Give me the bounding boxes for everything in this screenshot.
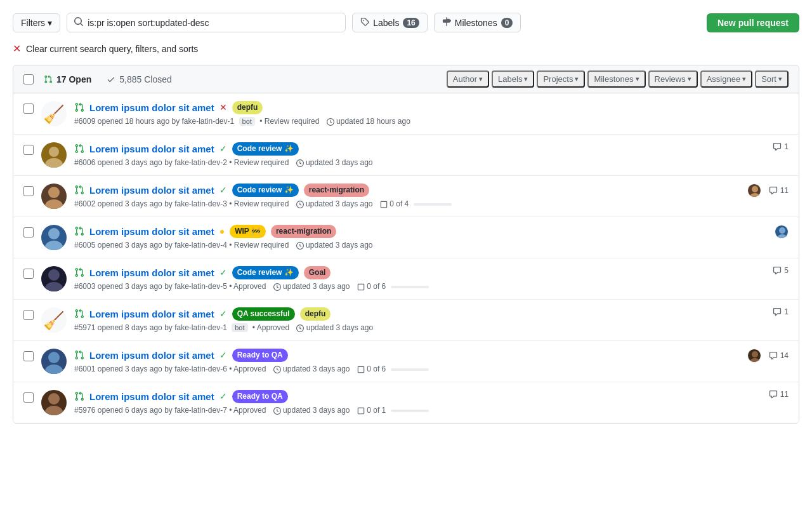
pr-content: Lorem ipsum dolor sit amet ✓ QA successf… (74, 307, 765, 332)
pr-author-link[interactable]: fake-latin-dev-1 (181, 117, 234, 126)
pr-right: 14 (747, 349, 789, 363)
assignee-avatar (775, 225, 789, 239)
comment-icon (773, 142, 782, 151)
milestones-chevron-icon: ▾ (636, 75, 639, 83)
clock-icon (273, 283, 281, 291)
projects-label: Projects (543, 74, 573, 84)
filters-button[interactable]: Filters ▾ (13, 13, 60, 32)
comment-count[interactable]: 1 (773, 307, 789, 316)
pr-open-icon (74, 102, 84, 112)
sort-chevron-icon: ▾ (778, 75, 782, 83)
comment-count[interactable]: 11 (769, 186, 789, 195)
pr-right: 1 (773, 142, 789, 151)
pr-title[interactable]: Lorem ipsum dolor sit amet (89, 391, 214, 402)
pr-checkbox[interactable] (23, 227, 34, 237)
pr-row: Lorem ipsum dolor sit amet ✓ Code review… (13, 135, 799, 176)
pr-label-depfu[interactable]: depfu (232, 101, 263, 114)
assignee-filter-button[interactable]: Assignee ▾ (700, 70, 752, 88)
pr-label-ready-to-qa[interactable]: Ready to QA (232, 390, 288, 403)
new-pull-request-button[interactable]: New pull request (707, 13, 799, 32)
pr-label-depfu[interactable]: depfu (300, 307, 331, 321)
task-icon (380, 201, 388, 208)
task-progress-text: 0 of 6 (357, 282, 388, 291)
pr-author-link[interactable]: fake-latin-dev-1 (174, 323, 227, 332)
comment-count[interactable]: 5 (773, 266, 789, 275)
projects-filter-button[interactable]: Projects ▾ (537, 70, 585, 88)
pr-meta: #6009 opened 18 hours ago by fake-latin-… (74, 117, 789, 126)
pr-label-goal[interactable]: Goal (304, 266, 331, 279)
pr-meta: #6003 opened 3 days ago by fake-latin-de… (74, 282, 765, 291)
task-icon (357, 407, 365, 415)
open-count: 17 Open (44, 74, 91, 84)
milestones-filter-button[interactable]: Milestones ▾ (587, 70, 645, 88)
pr-author-link[interactable]: fake-latin-dev-2 (174, 158, 227, 167)
reviews-chevron-icon: ▾ (688, 75, 691, 83)
label-icon (360, 17, 369, 28)
svg-point-9 (777, 234, 787, 239)
milestones-label: Milestones (455, 18, 497, 28)
author-filter-button[interactable]: Author ▾ (447, 70, 489, 88)
pr-label-code-review[interactable]: Code review ✨ (232, 184, 299, 197)
clear-icon[interactable]: ✕ (13, 43, 21, 55)
search-input[interactable] (88, 18, 339, 28)
pr-meta: #5976 opened 6 days ago by fake-latin-de… (74, 406, 761, 415)
pr-checkbox[interactable] (23, 186, 34, 196)
pr-title[interactable]: Lorem ipsum dolor sit amet (89, 102, 214, 113)
pr-title[interactable]: Lorem ipsum dolor sit amet (89, 350, 214, 361)
clock-icon (273, 366, 281, 373)
labels-button[interactable]: Labels 16 (352, 13, 428, 32)
comment-count[interactable]: 11 (769, 390, 789, 399)
comment-count[interactable]: 1 (773, 142, 789, 151)
svg-point-12 (48, 352, 60, 363)
pr-title[interactable]: Lorem ipsum dolor sit amet (89, 267, 214, 278)
pr-right: 11 (747, 184, 789, 197)
pr-label-wip[interactable]: WIP 🚧 (230, 225, 266, 238)
reviews-label: Reviews (655, 74, 686, 84)
pr-author-link[interactable]: fake-latin-dev-4 (174, 241, 227, 250)
pr-row: Lorem ipsum dolor sit amet ✓ Ready to QA… (13, 382, 799, 423)
pr-author-link[interactable]: fake-latin-dev-6 (174, 364, 227, 373)
closed-pr-count-text: 5,885 Closed (119, 74, 172, 84)
pr-title[interactable]: Lorem ipsum dolor sit amet (89, 226, 214, 237)
pr-open-icon (74, 391, 84, 401)
pr-label-code-review[interactable]: Code review ✨ (232, 142, 299, 156)
assignee-label: Assignee (707, 74, 740, 84)
pr-checkbox[interactable] (23, 310, 34, 320)
comment-icon (769, 390, 778, 399)
pr-label-code-review[interactable]: Code review ✨ (232, 266, 299, 279)
pr-meta: #6001 opened 3 days ago by fake-latin-de… (74, 364, 740, 373)
assignee-avatar (747, 349, 761, 363)
pr-author-link[interactable]: fake-latin-dev-5 (174, 282, 227, 291)
milestones-button[interactable]: Milestones 0 (434, 13, 521, 32)
pr-checkbox[interactable] (23, 145, 34, 155)
labels-filter-button[interactable]: Labels ▾ (492, 70, 534, 88)
pr-label-ready-to-qa[interactable]: Ready to QA (232, 349, 288, 362)
pr-open-icon (74, 267, 84, 277)
pr-meta: #6006 opened 3 days ago by fake-latin-de… (74, 158, 765, 167)
pr-title[interactable]: Lorem ipsum dolor sit amet (89, 309, 214, 319)
avatar: 🧹 (41, 101, 67, 126)
pr-label-react-migration[interactable]: react-migration (271, 225, 336, 238)
pr-checkbox[interactable] (23, 269, 34, 279)
avatar (41, 184, 67, 209)
pr-label-react-migration[interactable]: react-migration (304, 184, 369, 197)
pr-checkbox[interactable] (23, 392, 34, 403)
milestones-count: 0 (501, 18, 513, 28)
pr-check-icon: ✓ (219, 185, 227, 195)
pr-author-link[interactable]: fake-latin-dev-3 (174, 199, 227, 208)
closed-pr-count[interactable]: 5,885 Closed (107, 74, 172, 84)
reviews-filter-button[interactable]: Reviews ▾ (648, 70, 698, 88)
assignee-avatars (775, 225, 789, 239)
open-pr-count: 17 Open (56, 74, 91, 84)
pr-label-qa-successful[interactable]: QA successful (232, 307, 295, 321)
select-all-checkbox[interactable] (23, 74, 34, 84)
comment-count[interactable]: 14 (769, 351, 789, 360)
pr-checkbox[interactable] (23, 104, 34, 114)
pr-checkbox[interactable] (23, 351, 34, 361)
pr-open-icon (74, 350, 84, 360)
pr-title[interactable]: Lorem ipsum dolor sit amet (89, 185, 214, 196)
pr-author-link[interactable]: fake-latin-dev-7 (174, 406, 227, 415)
sort-filter-button[interactable]: Sort ▾ (755, 70, 789, 88)
pr-title[interactable]: Lorem ipsum dolor sit amet (89, 144, 214, 154)
assignee-avatar (747, 184, 761, 197)
